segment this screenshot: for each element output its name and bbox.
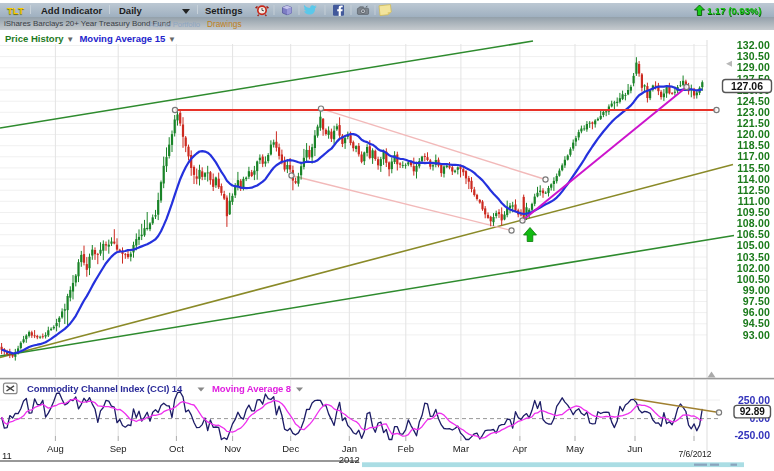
svg-text:May: May [566, 443, 584, 454]
svg-text:111.00: 111.00 [738, 195, 770, 207]
svg-text:96.00: 96.00 [743, 306, 770, 318]
svg-text:Moving Average 8: Moving Average 8 [212, 383, 291, 394]
svg-text:7/6/2012: 7/6/2012 [678, 449, 711, 459]
svg-text:127.06: 127.06 [731, 80, 763, 92]
svg-text:11: 11 [2, 450, 12, 461]
svg-text:Apr: Apr [513, 443, 528, 454]
svg-text:Aug: Aug [47, 443, 64, 454]
svg-text:93.00: 93.00 [743, 329, 770, 341]
svg-text:Sep: Sep [110, 443, 127, 454]
svg-text:100.50: 100.50 [737, 273, 770, 285]
svg-text:Nov: Nov [224, 443, 241, 454]
svg-text:92.89: 92.89 [740, 406, 765, 417]
svg-text:115.50: 115.50 [737, 162, 770, 174]
svg-text:105.00: 105.00 [737, 239, 770, 251]
svg-text:Mar: Mar [453, 443, 469, 454]
svg-text:Jun: Jun [627, 443, 642, 454]
svg-text:Feb: Feb [398, 443, 414, 454]
svg-text:250.00: 250.00 [738, 394, 770, 406]
svg-text:2012: 2012 [339, 454, 360, 465]
svg-text:-250.00: -250.00 [734, 429, 770, 441]
svg-text:Commodity Channel Index (CCI): Commodity Channel Index (CCI) 14 [27, 383, 183, 394]
svg-text:Oct: Oct [169, 443, 184, 454]
svg-text:120.00: 120.00 [737, 128, 770, 140]
svg-text:130.50: 130.50 [737, 50, 770, 62]
svg-text:Dec: Dec [282, 443, 299, 454]
svg-text:Jan: Jan [342, 443, 357, 454]
